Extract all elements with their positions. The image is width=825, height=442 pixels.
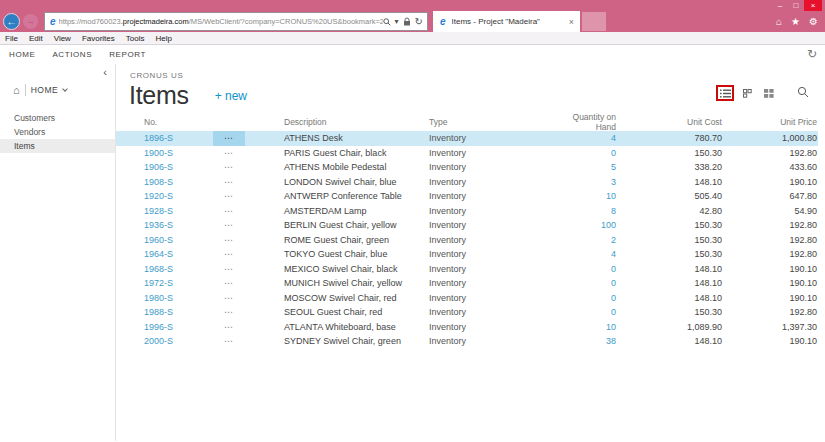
table-row[interactable]: 1908-S ⋯ LONDON Swivel Chair, blue Inven… xyxy=(116,175,818,190)
list-view-button[interactable] xyxy=(716,85,734,101)
row-more-cell[interactable]: ⋯ xyxy=(213,334,245,348)
item-qty-link[interactable]: 4 xyxy=(551,249,616,259)
tab-close-icon[interactable]: × xyxy=(567,17,576,27)
item-qty-link[interactable]: 0 xyxy=(551,278,616,288)
sidebar-item-customers[interactable]: Customers xyxy=(0,111,115,125)
menu-view[interactable]: View xyxy=(54,34,71,43)
item-no-link[interactable]: 1964-S xyxy=(116,249,213,259)
item-qty-link[interactable]: 0 xyxy=(551,264,616,274)
table-row[interactable]: 1988-S ⋯ SEOUL Guest Chair, red Inventor… xyxy=(116,305,818,320)
item-qty-link[interactable]: 0 xyxy=(551,293,616,303)
table-row[interactable]: 1996-S ⋯ ATLANTA Whiteboard, base Invent… xyxy=(116,320,818,335)
search-button[interactable] xyxy=(797,86,809,98)
tall-tiles-view-button[interactable] xyxy=(740,86,755,100)
search-icon[interactable] xyxy=(383,18,391,26)
browser-tab[interactable]: e Items - Project "Madeira" × xyxy=(433,11,580,32)
item-no-link[interactable]: 1960-S xyxy=(116,235,213,245)
item-no-link[interactable]: 1928-S xyxy=(116,206,213,216)
col-header-no[interactable]: No. xyxy=(116,117,213,127)
tiles-view-button[interactable] xyxy=(761,86,776,100)
row-more-cell[interactable]: ⋯ xyxy=(213,204,245,218)
col-header-unit-cost[interactable]: Unit Cost xyxy=(616,117,722,127)
address-bar[interactable]: e https://mod760023.projectmadeira.com/M… xyxy=(44,12,428,31)
ribbon-tab-report[interactable]: REPORT xyxy=(109,50,146,59)
row-more-cell[interactable]: ⋯ xyxy=(213,160,245,174)
autocomplete-dropdown-icon[interactable]: ▾ xyxy=(395,17,399,26)
col-header-description[interactable]: Description xyxy=(245,117,429,127)
item-qty-link[interactable]: 4 xyxy=(551,133,616,143)
ribbon-tab-actions[interactable]: ACTIONS xyxy=(52,50,92,59)
table-row[interactable]: 1920-S ⋯ ANTWERP Conference Table Invent… xyxy=(116,189,818,204)
row-more-cell[interactable]: ⋯ xyxy=(213,146,245,160)
table-row[interactable]: 1960-S ⋯ ROME Guest Chair, green Invento… xyxy=(116,233,818,248)
row-more-cell[interactable]: ⋯ xyxy=(213,189,245,203)
row-more-cell[interactable]: ⋯ xyxy=(213,291,245,305)
app-refresh-icon[interactable]: ↻ xyxy=(807,47,817,61)
item-qty-link[interactable]: 100 xyxy=(551,220,616,230)
table-row[interactable]: 1906-S ⋯ ATHENS Mobile Pedestal Inventor… xyxy=(116,160,818,175)
settings-gear-icon[interactable]: ⚙ xyxy=(809,16,818,27)
menu-file[interactable]: File xyxy=(5,34,18,43)
window-maximize-button[interactable]: □ xyxy=(788,0,804,11)
row-more-cell[interactable]: ⋯ xyxy=(213,175,245,189)
col-header-unit-price[interactable]: Unit Price xyxy=(722,117,817,127)
table-row[interactable]: 1928-S ⋯ AMSTERDAM Lamp Inventory 8 42.8… xyxy=(116,204,818,219)
item-qty-link[interactable]: 8 xyxy=(551,206,616,216)
item-qty-link[interactable]: 38 xyxy=(551,336,616,346)
table-row[interactable]: 1964-S ⋯ TOKYO Guest Chair, blue Invento… xyxy=(116,247,818,262)
menu-tools[interactable]: Tools xyxy=(126,34,145,43)
new-tab-button[interactable] xyxy=(582,12,606,31)
item-no-link[interactable]: 1906-S xyxy=(116,162,213,172)
item-no-link[interactable]: 1988-S xyxy=(116,307,213,317)
table-row[interactable]: 1968-S ⋯ MEXICO Swivel Chair, black Inve… xyxy=(116,262,818,277)
sidebar-collapse-icon[interactable]: ‹ xyxy=(103,66,107,78)
menu-edit[interactable]: Edit xyxy=(29,34,43,43)
table-row[interactable]: 2000-S ⋯ SYDNEY Swivel Chair, green Inve… xyxy=(116,334,818,349)
item-no-link[interactable]: 1968-S xyxy=(116,264,213,274)
back-button[interactable]: ← xyxy=(3,13,20,30)
row-more-cell[interactable]: ⋯ xyxy=(213,247,245,261)
table-row[interactable]: 1896-S ⋯ ATHENS Desk Inventory 4 780.70 … xyxy=(116,131,818,146)
window-minimize-button[interactable]: – xyxy=(772,0,788,11)
col-header-type[interactable]: Type xyxy=(429,117,551,127)
row-more-cell[interactable]: ⋯ xyxy=(213,131,245,146)
favorites-star-icon[interactable]: ★ xyxy=(791,16,800,27)
item-no-link[interactable]: 1996-S xyxy=(116,322,213,332)
menu-help[interactable]: Help xyxy=(155,34,171,43)
row-more-cell[interactable]: ⋯ xyxy=(213,218,245,232)
sidebar-item-vendors[interactable]: Vendors xyxy=(0,125,115,139)
item-no-link[interactable]: 1980-S xyxy=(116,293,213,303)
refresh-icon[interactable]: ↻ xyxy=(415,16,423,27)
ribbon-tab-home[interactable]: HOME xyxy=(9,50,35,59)
home-menu[interactable]: ⌂ HOME xyxy=(13,84,115,96)
home-icon[interactable]: ⌂ xyxy=(776,16,782,27)
item-no-link[interactable]: 1936-S xyxy=(116,220,213,230)
item-qty-link[interactable]: 10 xyxy=(551,322,616,332)
row-more-cell[interactable]: ⋯ xyxy=(213,233,245,247)
item-no-link[interactable]: 2000-S xyxy=(116,336,213,346)
table-row[interactable]: 1900-S ⋯ PARIS Guest Chair, black Invent… xyxy=(116,146,818,161)
item-qty-link[interactable]: 10 xyxy=(551,191,616,201)
item-qty-link[interactable]: 3 xyxy=(551,177,616,187)
table-row[interactable]: 1972-S ⋯ MUNICH Swivel Chair, yellow Inv… xyxy=(116,276,818,291)
item-no-link[interactable]: 1900-S xyxy=(116,148,213,158)
menu-favorites[interactable]: Favorites xyxy=(82,34,115,43)
item-qty-link[interactable]: 0 xyxy=(551,307,616,317)
item-no-link[interactable]: 1972-S xyxy=(116,278,213,288)
sidebar-item-items[interactable]: Items xyxy=(0,139,115,153)
table-row[interactable]: 1980-S ⋯ MOSCOW Swivel Chair, red Invent… xyxy=(116,291,818,306)
table-row[interactable]: 1936-S ⋯ BERLIN Guest Chair, yellow Inve… xyxy=(116,218,818,233)
window-close-button[interactable]: × xyxy=(804,0,822,11)
forward-button[interactable]: → xyxy=(23,14,38,29)
item-qty-link[interactable]: 5 xyxy=(551,162,616,172)
item-no-link[interactable]: 1920-S xyxy=(116,191,213,201)
new-item-button[interactable]: + new xyxy=(215,89,247,103)
item-qty-link[interactable]: 2 xyxy=(551,235,616,245)
item-no-link[interactable]: 1908-S xyxy=(116,177,213,187)
row-more-cell[interactable]: ⋯ xyxy=(213,320,245,334)
col-header-qty[interactable]: Quantity on Hand xyxy=(551,112,616,132)
item-no-link[interactable]: 1896-S xyxy=(116,133,213,143)
row-more-cell[interactable]: ⋯ xyxy=(213,305,245,319)
item-qty-link[interactable]: 0 xyxy=(551,148,616,158)
row-more-cell[interactable]: ⋯ xyxy=(213,276,245,290)
